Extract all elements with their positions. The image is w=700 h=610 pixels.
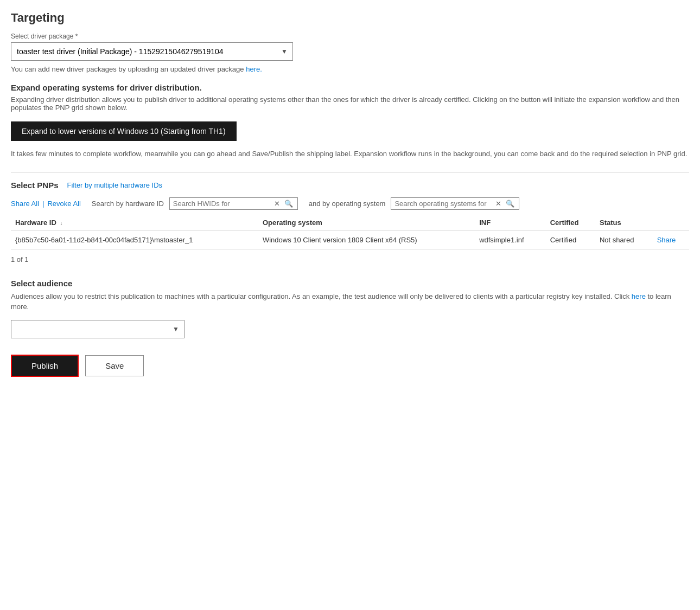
cell-hardware-id: {b85b7c50-6a01-11d2-b841-00c04fad5171}\m…: [11, 230, 258, 249]
pnp-table-wrapper: Hardware ID ↓ Operating system INF Certi…: [11, 215, 689, 250]
pnp-table-header-row: Hardware ID ↓ Operating system INF Certi…: [11, 215, 689, 230]
col-status: Status: [595, 215, 653, 230]
pnp-table-body: {b85b7c50-6a01-11d2-b841-00c04fad5171}\m…: [11, 230, 689, 249]
expand-os-section: Expand operating systems for driver dist…: [11, 83, 689, 159]
clear-hwid-icon[interactable]: ✕: [273, 200, 281, 208]
share-link[interactable]: Share: [657, 236, 676, 244]
add-packages-link[interactable]: here.: [246, 65, 262, 73]
cell-status: Not shared: [595, 230, 653, 249]
search-os-icon[interactable]: 🔍: [505, 200, 516, 208]
search-hwid-icon[interactable]: 🔍: [283, 200, 294, 208]
pnp-table: Hardware ID ↓ Operating system INF Certi…: [11, 215, 689, 250]
col-inf: INF: [475, 215, 546, 230]
col-hardware-id: Hardware ID ↓: [11, 215, 258, 230]
share-revoke-links: Share All | Revoke All: [11, 200, 81, 208]
pnp-table-head: Hardware ID ↓ Operating system INF Certi…: [11, 215, 689, 230]
table-row: {b85b7c50-6a01-11d2-b841-00c04fad5171}\m…: [11, 230, 689, 249]
pnp-toolbar: Share All | Revoke All Search by hardwar…: [11, 197, 689, 210]
cell-certified: Certified: [546, 230, 595, 249]
audience-select-wrapper: ▼: [11, 320, 184, 338]
search-hwid-input[interactable]: [173, 200, 271, 208]
cell-os: Windows 10 Client version 1809 Client x6…: [258, 230, 475, 249]
audience-link[interactable]: here: [632, 292, 646, 300]
search-os-input[interactable]: [394, 200, 492, 208]
clear-os-icon[interactable]: ✕: [494, 200, 502, 208]
select-pnps-header: Select PNPs Filter by multiple hardware …: [11, 181, 689, 190]
sort-icon: ↓: [60, 220, 63, 226]
page-title: Targeting: [11, 11, 689, 25]
expand-btn[interactable]: Expand to lower versions of Windows 10 (…: [11, 121, 237, 141]
driver-package-select-wrapper: toaster test driver (Initial Package) - …: [11, 42, 293, 61]
cell-inf: wdfsimple1.inf: [475, 230, 546, 249]
footer-buttons: Publish Save: [11, 355, 689, 377]
col-action: [653, 215, 689, 230]
select-pnps-section: Select PNPs Filter by multiple hardware …: [11, 181, 689, 264]
expand-section-desc: Expanding driver distribution allows you…: [11, 95, 689, 112]
filter-link[interactable]: Filter by multiple hardware IDs: [67, 181, 163, 189]
search-hwid-label: Search by hardware ID: [92, 200, 164, 208]
search-hwid-box: ✕ 🔍: [169, 197, 298, 210]
divider: [11, 172, 689, 173]
cell-action: Share: [653, 230, 689, 249]
col-certified: Certified: [546, 215, 595, 230]
select-pnps-title: Select PNPs: [11, 181, 59, 190]
audience-select[interactable]: [11, 320, 184, 338]
expand-note: It takes few minutes to complete workflo…: [11, 149, 689, 159]
driver-package-select[interactable]: toaster test driver (Initial Package) - …: [11, 42, 293, 61]
audience-desc: Audiences allow you to restrict this pub…: [11, 291, 689, 312]
driver-package-label: Select driver package *: [11, 33, 689, 40]
pagination: 1 of 1: [11, 255, 689, 264]
driver-package-section: Select driver package * toaster test dri…: [11, 33, 689, 73]
revoke-all-link[interactable]: Revoke All: [47, 200, 80, 208]
select-audience-section: Select audience Audiences allow you to r…: [11, 279, 689, 338]
expand-section-title: Expand operating systems for driver dist…: [11, 83, 689, 92]
col-os: Operating system: [258, 215, 475, 230]
save-button[interactable]: Save: [85, 355, 144, 376]
select-audience-title: Select audience: [11, 279, 689, 288]
add-packages-info: You can add new driver packages by uploa…: [11, 65, 689, 73]
publish-button[interactable]: Publish: [11, 355, 79, 377]
share-all-link[interactable]: Share All: [11, 200, 39, 208]
search-os-label: and by operating system: [309, 200, 386, 208]
pipe-separator: |: [39, 200, 47, 208]
search-os-box: ✕ 🔍: [391, 197, 519, 210]
